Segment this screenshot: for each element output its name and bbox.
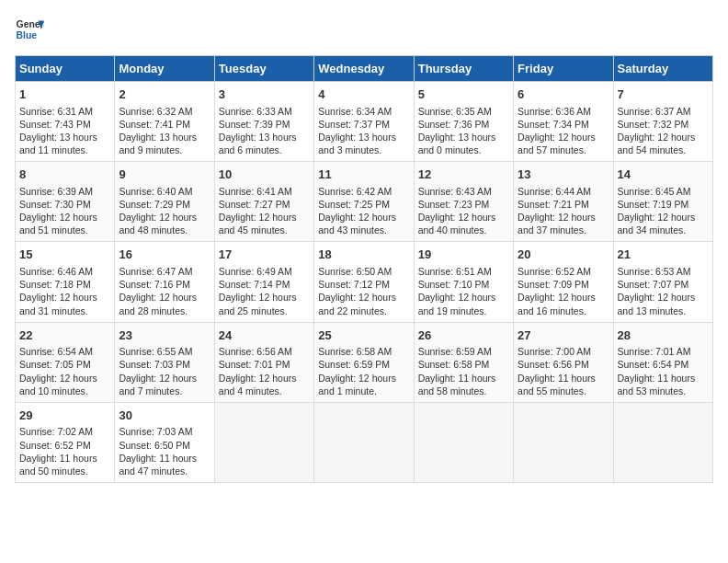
- sunset-label: Sunset: 7:05 PM: [19, 359, 91, 370]
- sunset-label: Sunset: 6:58 PM: [418, 359, 490, 370]
- calendar-cell: 23Sunrise: 6:55 AMSunset: 7:03 PMDayligh…: [115, 322, 214, 402]
- daylight-label: Daylight: 12 hours and 51 minutes.: [19, 212, 97, 236]
- calendar-week-row: 1Sunrise: 6:31 AMSunset: 7:43 PMDaylight…: [16, 82, 713, 162]
- daylight-label: Daylight: 11 hours and 53 minutes.: [618, 373, 696, 396]
- svg-text:Blue: Blue: [17, 30, 38, 40]
- day-number: 27: [518, 327, 609, 344]
- calendar-cell: 19Sunrise: 6:51 AMSunset: 7:10 PMDayligh…: [414, 242, 513, 322]
- sunrise-label: Sunrise: 6:44 AM: [518, 186, 591, 197]
- sunset-label: Sunset: 7:10 PM: [418, 279, 490, 290]
- header-friday: Friday: [514, 56, 613, 82]
- calendar-cell: [314, 402, 414, 482]
- daylight-label: Daylight: 12 hours and 57 minutes.: [518, 132, 596, 155]
- sunset-label: Sunset: 7:09 PM: [518, 279, 589, 290]
- daylight-label: Daylight: 13 hours and 11 minutes.: [19, 132, 97, 155]
- sunrise-label: Sunrise: 6:50 AM: [318, 266, 392, 277]
- daylight-label: Daylight: 12 hours and 7 minutes.: [119, 373, 197, 396]
- sunrise-label: Sunrise: 6:43 AM: [418, 186, 492, 197]
- day-number: 7: [618, 86, 709, 103]
- sunset-label: Sunset: 7:07 PM: [618, 279, 689, 290]
- day-number: 28: [618, 327, 709, 344]
- calendar-cell: [414, 402, 513, 482]
- sunset-label: Sunset: 6:54 PM: [618, 359, 689, 370]
- calendar-header-row: SundayMondayTuesdayWednesdayThursdayFrid…: [16, 56, 713, 82]
- sunset-label: Sunset: 7:21 PM: [518, 199, 589, 210]
- day-number: 13: [518, 167, 609, 183]
- day-number: 3: [219, 86, 310, 103]
- day-number: 1: [19, 86, 110, 103]
- day-number: 20: [518, 247, 609, 263]
- calendar-cell: 29Sunrise: 7:02 AMSunset: 6:52 PMDayligh…: [16, 402, 115, 482]
- calendar-cell: 25Sunrise: 6:58 AMSunset: 6:59 PMDayligh…: [314, 322, 414, 402]
- calendar-week-row: 15Sunrise: 6:46 AMSunset: 7:18 PMDayligh…: [16, 242, 713, 322]
- calendar-cell: 8Sunrise: 6:39 AMSunset: 7:30 PMDaylight…: [16, 162, 115, 242]
- daylight-label: Daylight: 12 hours and 43 minutes.: [318, 212, 396, 236]
- calendar-cell: 5Sunrise: 6:35 AMSunset: 7:36 PMDaylight…: [414, 82, 513, 162]
- sunrise-label: Sunrise: 6:41 AM: [219, 186, 292, 197]
- calendar-cell: 22Sunrise: 6:54 AMSunset: 7:05 PMDayligh…: [16, 322, 115, 402]
- calendar-cell: 6Sunrise: 6:36 AMSunset: 7:34 PMDaylight…: [514, 82, 613, 162]
- day-number: 4: [318, 86, 409, 103]
- calendar-cell: [514, 402, 613, 482]
- sunset-label: Sunset: 7:30 PM: [19, 199, 91, 210]
- sunrise-label: Sunrise: 6:39 AM: [19, 186, 93, 197]
- sunset-label: Sunset: 7:23 PM: [418, 199, 490, 210]
- calendar-cell: [214, 402, 313, 482]
- day-number: 10: [219, 167, 310, 183]
- day-number: 26: [418, 327, 509, 344]
- day-number: 6: [518, 86, 609, 103]
- daylight-label: Daylight: 12 hours and 13 minutes.: [618, 292, 696, 316]
- daylight-label: Daylight: 12 hours and 25 minutes.: [219, 292, 297, 316]
- header-wednesday: Wednesday: [314, 56, 414, 82]
- calendar-cell: 28Sunrise: 7:01 AMSunset: 6:54 PMDayligh…: [613, 322, 712, 402]
- sunset-label: Sunset: 7:12 PM: [318, 279, 390, 290]
- sunrise-label: Sunrise: 6:47 AM: [119, 266, 192, 277]
- day-number: 8: [19, 167, 110, 183]
- sunset-label: Sunset: 6:59 PM: [318, 359, 390, 370]
- sunset-label: Sunset: 7:34 PM: [518, 119, 589, 130]
- calendar-cell: 10Sunrise: 6:41 AMSunset: 7:27 PMDayligh…: [214, 162, 313, 242]
- sunset-label: Sunset: 7:03 PM: [119, 359, 190, 370]
- calendar-cell: 27Sunrise: 7:00 AMSunset: 6:56 PMDayligh…: [514, 322, 613, 402]
- daylight-label: Daylight: 13 hours and 6 minutes.: [219, 132, 297, 155]
- calendar-cell: 15Sunrise: 6:46 AMSunset: 7:18 PMDayligh…: [16, 242, 115, 322]
- daylight-label: Daylight: 12 hours and 19 minutes.: [418, 292, 496, 316]
- header-monday: Monday: [115, 56, 214, 82]
- daylight-label: Daylight: 13 hours and 9 minutes.: [119, 132, 197, 155]
- sunset-label: Sunset: 7:29 PM: [119, 199, 190, 210]
- sunrise-label: Sunrise: 6:31 AM: [19, 106, 93, 117]
- day-number: 19: [418, 247, 509, 263]
- day-number: 2: [119, 86, 210, 103]
- day-number: 17: [219, 247, 310, 263]
- calendar-cell: [613, 402, 712, 482]
- calendar-cell: 18Sunrise: 6:50 AMSunset: 7:12 PMDayligh…: [314, 242, 414, 322]
- sunset-label: Sunset: 7:16 PM: [119, 279, 190, 290]
- sunrise-label: Sunrise: 6:49 AM: [219, 266, 292, 277]
- calendar-cell: 16Sunrise: 6:47 AMSunset: 7:16 PMDayligh…: [115, 242, 214, 322]
- sunrise-label: Sunrise: 6:45 AM: [618, 186, 691, 197]
- daylight-label: Daylight: 12 hours and 37 minutes.: [518, 212, 596, 236]
- sunset-label: Sunset: 7:14 PM: [219, 279, 290, 290]
- daylight-label: Daylight: 13 hours and 3 minutes.: [318, 132, 396, 155]
- sunset-label: Sunset: 7:19 PM: [618, 199, 689, 210]
- calendar-cell: 30Sunrise: 7:03 AMSunset: 6:50 PMDayligh…: [115, 402, 214, 482]
- sunrise-label: Sunrise: 6:56 AM: [219, 346, 292, 357]
- sunset-label: Sunset: 7:37 PM: [318, 119, 390, 130]
- sunrise-label: Sunrise: 6:46 AM: [19, 266, 93, 277]
- daylight-label: Daylight: 12 hours and 34 minutes.: [618, 212, 696, 236]
- day-number: 9: [119, 167, 210, 183]
- sunrise-label: Sunrise: 6:42 AM: [318, 186, 392, 197]
- day-number: 23: [119, 327, 210, 344]
- sunset-label: Sunset: 6:52 PM: [19, 440, 91, 451]
- day-number: 15: [19, 247, 110, 263]
- daylight-label: Daylight: 12 hours and 40 minutes.: [418, 212, 496, 236]
- sunrise-label: Sunrise: 7:00 AM: [518, 346, 591, 357]
- sunset-label: Sunset: 7:01 PM: [219, 359, 290, 370]
- sunrise-label: Sunrise: 6:36 AM: [518, 106, 591, 117]
- daylight-label: Daylight: 12 hours and 54 minutes.: [618, 132, 696, 155]
- calendar-cell: 3Sunrise: 6:33 AMSunset: 7:39 PMDaylight…: [214, 82, 313, 162]
- sunrise-label: Sunrise: 6:54 AM: [19, 346, 93, 357]
- sunrise-label: Sunrise: 6:32 AM: [119, 106, 192, 117]
- logo: General Blue: [15, 15, 44, 44]
- calendar-cell: 24Sunrise: 6:56 AMSunset: 7:01 PMDayligh…: [214, 322, 313, 402]
